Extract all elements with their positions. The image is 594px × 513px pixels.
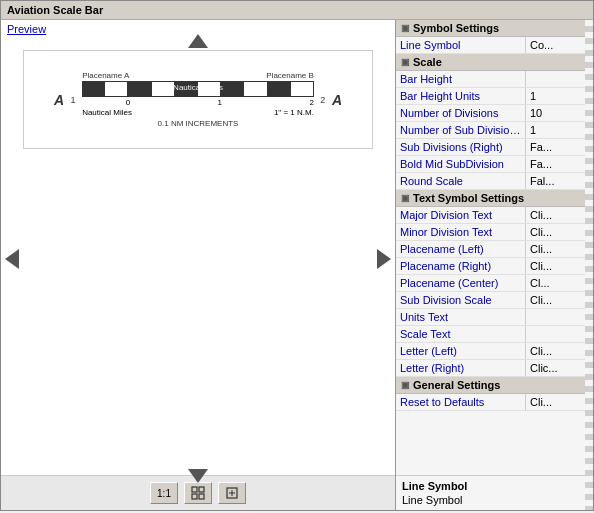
- left-panel: Preview A 1 Placename A: [1, 20, 396, 510]
- prop-row-units-text[interactable]: Units Text: [396, 309, 593, 326]
- svg-rect-2: [192, 494, 197, 499]
- letter-left: A: [54, 92, 64, 108]
- prop-name-letter-left[interactable]: Letter (Left): [396, 343, 526, 359]
- prop-name-bar-height-units[interactable]: Bar Height Units: [396, 88, 526, 104]
- prop-value-minor-division-text: Cli...: [526, 224, 593, 240]
- collapse-scale-icon[interactable]: ▣: [400, 57, 410, 67]
- prop-name-bold-mid-subdivision[interactable]: Bold Mid SubDivision: [396, 156, 526, 172]
- section-text-symbol-settings[interactable]: ▣ Text Symbol Settings: [396, 190, 593, 207]
- prop-row-major-division-text[interactable]: Major Division Text Cli...: [396, 207, 593, 224]
- prop-name-sub-division-scale[interactable]: Sub Division Scale: [396, 292, 526, 308]
- section-text-symbol-label: Text Symbol Settings: [413, 192, 524, 204]
- collapse-text-symbol-icon[interactable]: ▣: [400, 193, 410, 203]
- prop-value-line-symbol: Co...: [526, 37, 593, 53]
- prop-row-scale-text[interactable]: Scale Text: [396, 326, 593, 343]
- section-symbol-settings-label: Symbol Settings: [413, 22, 499, 34]
- prop-name-round-scale[interactable]: Round Scale: [396, 173, 526, 189]
- extent-icon: [225, 486, 239, 500]
- prop-row-sub-division-scale[interactable]: Sub Division Scale Cli...: [396, 292, 593, 309]
- scale-bar-visual: Placename A Placename B: [82, 71, 314, 128]
- prop-row-bar-height-units[interactable]: Bar Height Units 1: [396, 88, 593, 105]
- right-panel: ▣ Symbol Settings Line Symbol Co... ▣ Sc…: [396, 20, 593, 510]
- prop-value-letter-left: Cli...: [526, 343, 593, 359]
- prop-row-letter-right[interactable]: Letter (Right) Clic...: [396, 360, 593, 377]
- prop-name-placename-left[interactable]: Placename (Left): [396, 241, 526, 257]
- prop-value-num-sub-divisions: 1: [526, 122, 593, 138]
- prop-value-scale-text: [526, 326, 593, 342]
- section-symbol-settings[interactable]: ▣ Symbol Settings: [396, 20, 593, 37]
- prop-name-scale-text[interactable]: Scale Text: [396, 326, 526, 342]
- prop-value-units-text: [526, 309, 593, 325]
- prop-name-units-text[interactable]: Units Text: [396, 309, 526, 325]
- prop-name-num-divisions[interactable]: Number of Divisions: [396, 105, 526, 121]
- svg-rect-3: [199, 494, 204, 499]
- unit-label-bar: Nautical Miles: [82, 108, 132, 117]
- prop-value-round-scale: Fal...: [526, 173, 593, 189]
- prop-row-sub-divisions-right[interactable]: Sub Divisions (Right) Fa...: [396, 139, 593, 156]
- prop-row-placename-left[interactable]: Placename (Left) Cli...: [396, 241, 593, 258]
- prop-value-reset-defaults: Cli...: [526, 394, 593, 410]
- prop-value-sub-division-scale: Cli...: [526, 292, 593, 308]
- prop-row-round-scale[interactable]: Round Scale Fal...: [396, 173, 593, 190]
- arrow-left-icon[interactable]: [5, 249, 19, 269]
- section-general-settings[interactable]: ▣ General Settings: [396, 377, 593, 394]
- prop-name-num-sub-divisions[interactable]: Number of Sub Divisions: [396, 122, 526, 138]
- section-scale[interactable]: ▣ Scale: [396, 54, 593, 71]
- prop-row-bold-mid-subdivision[interactable]: Bold Mid SubDivision Fa...: [396, 156, 593, 173]
- section-general-label: General Settings: [413, 379, 500, 391]
- prop-row-line-symbol[interactable]: Line Symbol Co...: [396, 37, 593, 54]
- placename-right: Placename B: [266, 71, 314, 80]
- prop-value-placename-right: Cli...: [526, 258, 593, 274]
- prop-name-placename-right[interactable]: Placename (Right): [396, 258, 526, 274]
- scale-text: 1" = 1 N.M.: [274, 108, 314, 117]
- zoom-extent-button[interactable]: [218, 482, 246, 504]
- prop-value-placename-center: Cl...: [526, 275, 593, 291]
- section-scale-label: Scale: [413, 56, 442, 68]
- prop-value-major-division-text: Cli...: [526, 207, 593, 223]
- prop-value-bar-height: [526, 71, 593, 87]
- collapse-general-icon[interactable]: ▣: [400, 380, 410, 390]
- title-bar: Aviation Scale Bar: [0, 0, 594, 20]
- prop-name-major-division-text[interactable]: Major Division Text: [396, 207, 526, 223]
- arrow-down-icon[interactable]: [188, 469, 208, 483]
- prop-row-placename-center[interactable]: Placename (Center) Cl...: [396, 275, 593, 292]
- arrow-up-icon[interactable]: [188, 34, 208, 48]
- prop-name-reset-defaults[interactable]: Reset to Defaults: [396, 394, 526, 410]
- prop-value-letter-right: Clic...: [526, 360, 593, 376]
- prop-value-bar-height-units: 1: [526, 88, 593, 104]
- bottom-info-title: Line Symbol: [402, 480, 587, 492]
- arrow-right-icon[interactable]: [377, 249, 391, 269]
- prop-value-sub-divisions-right: Fa...: [526, 139, 593, 155]
- prop-name-placename-center[interactable]: Placename (Center): [396, 275, 526, 291]
- prop-name-minor-division-text[interactable]: Minor Division Text: [396, 224, 526, 240]
- collapse-symbol-settings-icon[interactable]: ▣: [400, 23, 410, 33]
- prop-row-minor-division-text[interactable]: Minor Division Text Cli...: [396, 224, 593, 241]
- bottom-info: Line Symbol Line Symbol: [396, 475, 593, 510]
- prop-name-letter-right[interactable]: Letter (Right): [396, 360, 526, 376]
- zoom-fit-button[interactable]: [184, 482, 212, 504]
- properties-list[interactable]: ▣ Symbol Settings Line Symbol Co... ▣ Sc…: [396, 20, 593, 475]
- prop-name-bar-height[interactable]: Bar Height: [396, 71, 526, 87]
- prop-row-reset-defaults[interactable]: Reset to Defaults Cli...: [396, 394, 593, 411]
- fit-icon: [191, 486, 205, 500]
- bottom-info-value: Line Symbol: [402, 494, 587, 506]
- svg-rect-1: [199, 487, 204, 492]
- letter-right: A: [332, 92, 342, 108]
- unit-label: Nautical Miles: [173, 83, 223, 92]
- prop-value-num-divisions: 10: [526, 105, 593, 121]
- svg-rect-0: [192, 487, 197, 492]
- increment-text: 0.1 NM INCREMENTS: [158, 119, 239, 128]
- prop-row-num-divisions[interactable]: Number of Divisions 10: [396, 105, 593, 122]
- prop-name-line-symbol[interactable]: Line Symbol: [396, 37, 526, 53]
- prop-value-placename-left: Cli...: [526, 241, 593, 257]
- prop-row-num-sub-divisions[interactable]: Number of Sub Divisions 1: [396, 122, 593, 139]
- zoom-actual-button[interactable]: 1:1: [150, 482, 178, 504]
- prop-row-placename-right[interactable]: Placename (Right) Cli...: [396, 258, 593, 275]
- preview-area: A 1 Placename A Placename B: [23, 50, 373, 149]
- title-label: Aviation Scale Bar: [7, 4, 103, 16]
- prop-row-letter-left[interactable]: Letter (Left) Cli...: [396, 343, 593, 360]
- placename-left: Placename A: [82, 71, 129, 80]
- prop-row-bar-height[interactable]: Bar Height: [396, 71, 593, 88]
- prop-value-bold-mid-subdivision: Fa...: [526, 156, 593, 172]
- prop-name-sub-divisions-right[interactable]: Sub Divisions (Right): [396, 139, 526, 155]
